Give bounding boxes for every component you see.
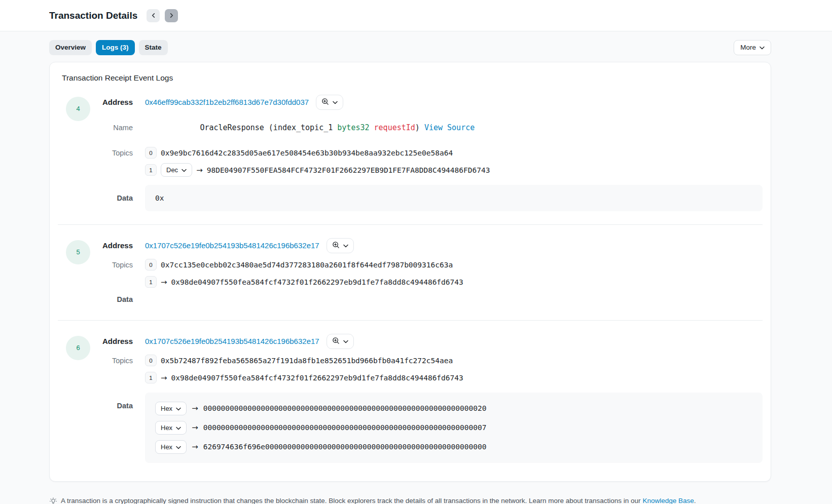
page-title: Transaction Details xyxy=(49,10,137,21)
data-value: 626974636f696e00000000000000000000000000… xyxy=(203,443,487,451)
prev-transaction-button[interactable] xyxy=(147,9,160,22)
chevron-down-icon xyxy=(759,44,765,51)
topic-number-badge: 0 xyxy=(145,147,157,159)
log-index-badge: 6 xyxy=(66,336,90,360)
event-param-type: bytes32 xyxy=(337,123,369,132)
chevron-down-icon xyxy=(176,424,181,431)
topic-value: 0x5b72487f892feba565865a27f191da8fb1e852… xyxy=(161,357,453,365)
data-value: 0000000000000000000000000000000000000000… xyxy=(203,404,487,412)
log-entry-6: 6 Address 0x1707c526e19fe0b254193b548142… xyxy=(58,334,763,463)
card-heading: Transaction Receipt Event Logs xyxy=(58,73,763,83)
log-index-badge: 4 xyxy=(66,97,90,121)
knowledge-base-link[interactable]: Knowledge Base xyxy=(642,497,694,504)
topics-label: Topics xyxy=(58,149,133,157)
topic-row: 1 → 0x98de04907f550fea584fcf4732f01f2662… xyxy=(58,370,763,385)
topics-label: Topics xyxy=(58,357,133,365)
event-param-name: requestId xyxy=(370,123,415,132)
page-header: Transaction Details xyxy=(0,0,832,31)
topic-encoding-value: Dec xyxy=(166,167,178,173)
event-logs-card: Transaction Receipt Event Logs 4 Address… xyxy=(49,62,771,482)
topic-row: Topics 0 0x5b72487f892feba565865a27f191d… xyxy=(58,353,763,368)
tabs-bar: Overview Logs (3) State More xyxy=(49,40,771,55)
data-encoding-select[interactable]: Hex xyxy=(155,440,187,454)
log-index-badge: 5 xyxy=(66,240,90,264)
data-row: Data 0x xyxy=(58,185,763,211)
data-box: 0x xyxy=(145,185,763,211)
arrow-right-icon: → xyxy=(192,442,198,451)
log-entry-4: 4 Address 0x46eff99cab332f1b2eb2ff6813d6… xyxy=(58,95,763,211)
data-label: Data xyxy=(58,393,133,410)
tab-logs[interactable]: Logs (3) xyxy=(96,40,135,55)
chevron-down-icon xyxy=(343,337,348,345)
transaction-footnote: A transaction is a cryptographically sig… xyxy=(49,497,771,504)
topic-encoding-select[interactable]: Dec xyxy=(161,163,192,177)
data-encoding-select[interactable]: Hex xyxy=(155,402,187,415)
chevron-down-icon xyxy=(176,405,181,412)
zoom-in-icon xyxy=(321,98,329,107)
chevron-down-icon xyxy=(176,444,181,450)
lightbulb-icon xyxy=(49,497,57,504)
chevron-down-icon xyxy=(343,242,348,249)
chevron-left-icon xyxy=(151,13,156,18)
data-value: 0000000000000000000000000000000000000000… xyxy=(203,423,487,432)
event-signature-close: ) xyxy=(415,123,424,132)
address-row: Address 0x1707c526e19fe0b254193b5481426c… xyxy=(58,238,763,253)
address-row: Address 0x46eff99cab332f1b2eb2ff6813d67e… xyxy=(58,95,763,110)
arrow-right-icon: → xyxy=(196,166,203,175)
data-value: 0x xyxy=(155,194,164,202)
topic-number-badge: 0 xyxy=(145,259,157,270)
tab-state[interactable]: State xyxy=(139,40,168,55)
topics-label: Topics xyxy=(58,261,133,269)
topic-row: 1 Dec → 98DE04907F550FEA584FCF4732F01F26… xyxy=(58,163,763,178)
topic-value: 0x98de04907f550fea584fcf4732f01f2662297e… xyxy=(171,374,463,382)
topic-value: 98DE04907F550FEA584FCF4732F01F2662297EB9… xyxy=(207,166,490,174)
name-label: Name xyxy=(58,124,133,132)
arrow-right-icon: → xyxy=(192,423,198,432)
address-filter-button[interactable] xyxy=(327,238,354,253)
address-row: Address 0x1707c526e19fe0b254193b5481426c… xyxy=(58,334,763,349)
address-filter-button[interactable] xyxy=(316,95,343,110)
topic-row: 1 → 0x98de04907f550fea584fcf4732f01f2662… xyxy=(58,275,763,290)
topic-row: Topics 0 0x7cc135e0cebb02c3480ae5d74d377… xyxy=(58,257,763,273)
event-name: OracleResponse xyxy=(200,123,264,132)
address-link[interactable]: 0x46eff99cab332f1b2eb2ff6813d67e7d30fdd0… xyxy=(145,98,309,106)
topic-value: 0x9e9bc7616d42c2835d05ae617e508454e63b30… xyxy=(161,149,453,157)
data-row: Data Hex → 00000000000000000000000000000 xyxy=(58,393,763,463)
log-entry-5: 5 Address 0x1707c526e19fe0b254193b548142… xyxy=(58,238,763,307)
arrow-right-icon: → xyxy=(161,373,167,382)
more-dropdown-button[interactable]: More xyxy=(734,40,771,55)
log-divider xyxy=(58,224,763,225)
topic-value: 0x7cc135e0cebb02c3480ae5d74d377283180a26… xyxy=(161,261,453,269)
arrow-right-icon: → xyxy=(161,278,167,287)
topic-number-badge: 1 xyxy=(145,372,157,383)
event-signature: (index_topic_1 xyxy=(264,123,338,132)
data-label: Data xyxy=(58,185,133,202)
address-filter-button[interactable] xyxy=(327,334,354,349)
arrow-right-icon: → xyxy=(192,404,198,413)
address-link[interactable]: 0x1707c526e19fe0b254193b5481426c196b632e… xyxy=(145,337,319,345)
zoom-in-icon xyxy=(332,337,340,346)
zoom-in-icon xyxy=(332,241,340,250)
data-label: Data xyxy=(58,295,133,303)
chevron-down-icon xyxy=(182,167,187,173)
address-link[interactable]: 0x1707c526e19fe0b254193b5481426c196b632e… xyxy=(145,241,319,250)
next-transaction-button[interactable] xyxy=(165,9,178,22)
topic-number-badge: 0 xyxy=(145,355,157,366)
chevron-down-icon xyxy=(333,98,338,106)
name-row: Name OracleResponse (index_topic_1 bytes… xyxy=(58,114,763,141)
topic-row: Topics 0 0x9e9bc7616d42c2835d05ae617e508… xyxy=(58,145,763,161)
footnote-period: . xyxy=(694,497,696,504)
data-encoding-select[interactable]: Hex xyxy=(155,421,187,435)
tab-overview[interactable]: Overview xyxy=(49,40,92,55)
data-encoding-value: Hex xyxy=(161,405,172,412)
log-divider xyxy=(58,320,763,321)
footnote-text: A transaction is a cryptographically sig… xyxy=(61,497,642,504)
more-dropdown-label: More xyxy=(740,44,756,51)
topic-value: 0x98de04907f550fea584fcf4732f01f2662297e… xyxy=(171,278,463,286)
data-row: Data xyxy=(58,292,763,307)
topic-number-badge: 1 xyxy=(145,276,157,288)
data-encoding-value: Hex xyxy=(161,444,172,450)
topic-number-badge: 1 xyxy=(145,164,157,176)
data-box: Hex → 0000000000000000000000000000000000… xyxy=(145,393,763,463)
view-source-link[interactable]: View Source xyxy=(424,123,475,132)
